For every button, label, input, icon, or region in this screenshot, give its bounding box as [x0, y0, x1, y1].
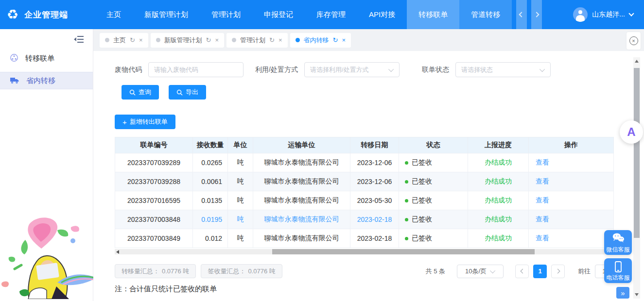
cell-received-qty: 0.0061 — [193, 172, 228, 191]
cell-report-progress: 办结成功 — [468, 191, 529, 210]
nav-item-declare[interactable]: 申报登记 — [252, 0, 305, 29]
cell-report-progress: 办结成功 — [468, 172, 529, 191]
phone-service-button[interactable]: 电话客服 — [604, 258, 632, 283]
view-link[interactable]: 查看 — [536, 234, 549, 242]
table-row: 20233707039288 0.0061 吨 聊城市永泰物流有限公司 2023… — [115, 172, 614, 191]
close-icon[interactable]: × — [215, 37, 219, 43]
sidebar-collapse-icon[interactable] — [73, 35, 84, 46]
nav-item-mgmt-plan[interactable]: 管理计划 — [200, 0, 252, 29]
page-size-select[interactable]: 10条/页 — [457, 265, 504, 278]
search-button[interactable]: 查询 — [122, 85, 159, 100]
assistant-fab-button[interactable]: A — [620, 120, 643, 144]
scroll-up-arrow-icon[interactable] — [635, 60, 639, 63]
tab-home[interactable]: 主页 ↻ × — [100, 33, 148, 48]
horizontal-scrollbar[interactable] — [115, 249, 613, 254]
nav-scroll-left-icon[interactable] — [516, 0, 527, 29]
horizontal-scrollbar-thumb[interactable] — [272, 249, 535, 254]
page-number-1[interactable]: 1 — [533, 265, 547, 278]
nav-item-inventory[interactable]: 库存管理 — [305, 0, 357, 29]
disposal-method-label: 利用/处置方式 — [255, 66, 298, 74]
cell-transport-company: 聊城市永泰物流有限公司 — [253, 153, 350, 172]
scroll-left-arrow-icon[interactable] — [116, 250, 119, 254]
nav-item-api[interactable]: API对接 — [357, 0, 407, 29]
cell-actions: 查看 — [529, 153, 614, 172]
cell-actions: 查看 — [529, 191, 614, 210]
vertical-scrollbar[interactable] — [633, 57, 640, 299]
content-panel: 废物代码 利用/处置方式 请选择利用/处置方式 联单状态 请选择状态 — [93, 51, 644, 301]
cell-transport-company: 聊城市永泰物流有限公司 — [253, 172, 350, 191]
app-window: ♻ 企业管理端 主页 新版管理计划 管理计划 申报登记 库存管理 API对接 转… — [0, 0, 644, 301]
next-page-button[interactable] — [551, 265, 565, 278]
col-transfer-date: 转移日期 — [350, 137, 399, 153]
prev-page-button[interactable] — [515, 265, 529, 278]
cell-unit: 吨 — [228, 191, 253, 210]
nav-item-transfer-manifest[interactable]: 转移联单 — [407, 0, 459, 29]
view-link[interactable]: 查看 — [536, 158, 549, 166]
tab-label: 省内转移 — [304, 36, 329, 45]
cell-transfer-date: 2023-12-06 — [350, 153, 399, 172]
cell-unit: 吨 — [228, 229, 253, 248]
cell-actions: 查看 — [529, 210, 614, 229]
sidebar-group-transfer-manifest[interactable]: 转移联单 — [0, 49, 93, 68]
add-outbound-manifest-button[interactable]: + 新增转出联单 — [115, 115, 175, 129]
tab-label: 管理计划 — [240, 36, 265, 45]
scroll-down-arrow-icon[interactable] — [635, 293, 639, 296]
truck-icon — [10, 76, 19, 85]
view-link[interactable]: 查看 — [536, 177, 549, 185]
refresh-icon[interactable]: ↻ — [130, 37, 135, 43]
sidebar-item-label: 省内转移 — [26, 76, 55, 85]
nav-item-home[interactable]: 主页 — [95, 0, 133, 29]
export-button[interactable]: 导出 — [169, 85, 206, 100]
plus-icon: + — [122, 118, 127, 126]
cell-report-progress: 办结成功 — [468, 229, 529, 248]
cell-unit: 吨 — [228, 172, 253, 191]
tab-label: 新版管理计划 — [164, 36, 202, 45]
tab-dot-icon — [156, 38, 160, 42]
sidebar-item-province-transfer[interactable]: 省内转移 — [0, 72, 93, 89]
col-received-qty: 接收数量 — [193, 137, 228, 153]
vertical-scrollbar-thumb[interactable] — [634, 68, 640, 238]
user-menu[interactable]: 山东越洋... — [559, 0, 644, 29]
tab-province-transfer[interactable]: 省内转移 ↻ × — [290, 33, 351, 48]
tab-mgmt-plan[interactable]: 管理计划 ↻ × — [226, 33, 288, 48]
chevron-right-icon — [555, 269, 560, 274]
refresh-icon[interactable]: ↻ — [333, 37, 338, 43]
pagination: 共 5 条 10条/页 1 前往 — [426, 265, 613, 278]
view-link[interactable]: 查看 — [536, 215, 549, 223]
circled-close-icon: × — [629, 36, 638, 45]
waste-code-input[interactable] — [148, 62, 244, 77]
select-placeholder: 请选择利用/处置方式 — [310, 66, 369, 74]
refresh-icon[interactable]: ↻ — [206, 37, 211, 43]
phone-icon — [612, 261, 625, 276]
cell-actions: 查看 — [529, 172, 614, 191]
nav-scroll-right-icon[interactable] — [531, 0, 542, 29]
expand-panel-button[interactable]: » — [616, 287, 629, 299]
cell-actions: 查看 — [529, 229, 614, 248]
close-icon[interactable]: × — [342, 37, 346, 43]
disposal-method-select[interactable]: 请选择利用/处置方式 — [304, 62, 400, 77]
view-link[interactable]: 查看 — [536, 196, 549, 204]
close-all-tabs-button[interactable]: × — [627, 32, 641, 50]
sidebar-group-label: 转移联单 — [25, 54, 54, 63]
col-report-progress: 上报进度 — [468, 137, 529, 153]
refresh-icon[interactable]: ↻ — [269, 37, 275, 43]
wechat-service-button[interactable]: 微信客服 — [604, 230, 632, 255]
action-buttons: 查询 导出 — [122, 85, 644, 100]
close-icon[interactable]: × — [278, 37, 282, 43]
tab-new-mgmt-plan[interactable]: 新版管理计划 ↻ × — [151, 33, 225, 48]
close-icon[interactable]: × — [139, 37, 143, 43]
manifest-status-select[interactable]: 请选择状态 — [455, 62, 551, 77]
cell-transport-company: 聊城市永泰物流有限公司 — [253, 210, 350, 229]
transfer-total-badge: 转移量汇总：0.0776 吨 — [115, 264, 196, 278]
brand: ♻ 企业管理端 — [0, 0, 95, 29]
status-dot-icon — [405, 199, 408, 202]
decorative-illustration — [0, 211, 100, 301]
cell-transfer-date: 2023-12-06 — [350, 172, 399, 191]
main-area: 主页 ↻ × 新版管理计划 ↻ × 管理计划 ↻ × — [93, 29, 644, 301]
total-count: 共 5 条 — [426, 267, 445, 276]
nav-item-pipeline-transfer[interactable]: 管道转移 — [459, 0, 512, 29]
cell-received-qty: 0.012 — [193, 229, 228, 248]
manifest-status-label: 联单状态 — [422, 66, 449, 74]
table-header-row: 联单编号 接收数量 单位 运输单位 转移日期 状态 上报进度 操作 — [115, 137, 614, 153]
nav-item-new-mgmt-plan[interactable]: 新版管理计划 — [133, 0, 200, 29]
